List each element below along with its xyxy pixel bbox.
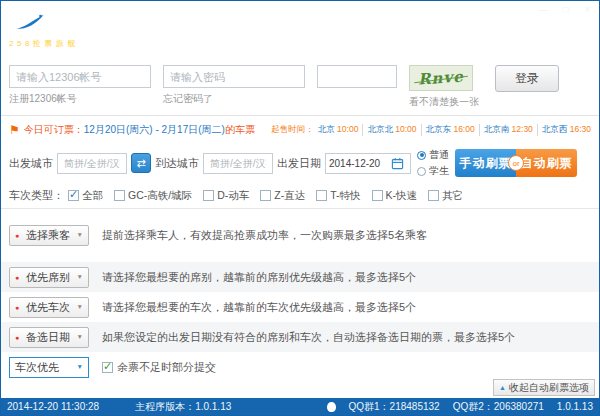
radio-label: 普通 [429,148,449,162]
station-sale-time: 北京北 10:00 [363,124,421,136]
red-dot-icon: ● [15,274,19,281]
collapse-label: 收起自动刷票选项 [509,381,589,395]
station-sale-time: 北京东 16:00 [422,124,480,136]
maximize-button[interactable]: □ [559,4,572,16]
train-type-option-z[interactable]: Z-直达 [260,189,305,203]
radio-label: 学生 [429,164,449,178]
date-label: 出发日期 [277,156,321,171]
train-type-option-k[interactable]: K-快速 [372,189,418,203]
submit-mode-select[interactable]: 车次优先 ▼ [9,357,89,378]
title-bar: 抢票王 258抢票旗舰 抢票首页 我的订单 12306网站 [1,1,599,56]
seat-priority-button[interactable]: ● 优先席别 ▼ [9,267,89,288]
clock-icon [347,12,364,29]
app-title: 抢票王 [57,11,114,34]
captcha-text: Rnve [418,67,465,88]
feedback-icon [411,12,428,29]
window-controls: — □ × [537,4,594,16]
captcha-image[interactable]: Rnve [409,65,473,91]
red-dot-icon: ● [15,232,19,239]
checkbox-icon [260,190,271,201]
swap-cities-button[interactable]: ⇄ [131,153,151,173]
app-window: 抢票王 258抢票旗舰 抢票首页 我的订单 12306网站 [0,0,600,416]
login-bar: 注册12306帐号 忘记密码了 Rnve 看不清楚换一张 登录 [1,56,599,116]
nav-item-ticket-home[interactable]: 抢票首页 [136,12,176,45]
nav-label: 售票时间 [336,31,376,45]
select-passengers-button[interactable]: ● 选择乘客 ▼ [9,225,89,246]
train-type-option-gc[interactable]: GC-高铁/城际 [114,189,192,203]
checkbox-icon [102,362,113,373]
status-datetime: 2014-12-20 11:30:28 [7,401,99,412]
section-submit-mode: 车次优先 ▼ 余票不足时部分提交 [1,352,599,382]
password-input[interactable] [163,65,305,88]
login-button[interactable]: 登录 [495,65,559,92]
caret-down-icon: ▼ [77,232,83,239]
train-priority-button[interactable]: ● 优先车次 ▼ [9,297,89,318]
captcha-input[interactable] [317,65,397,88]
flag-icon: ⚑ [9,123,20,137]
station-sale-time: 北京西 16:30 [538,124,591,136]
collapse-options-button[interactable]: ▲ 收起自动刷票选项 [493,379,595,396]
app-logo: 抢票王 258抢票旗舰 [9,9,114,49]
from-city-label: 出发城市 [9,156,53,171]
nav-label: 抢票首页 [136,31,176,45]
booking-prefix: 今日可订票： [24,123,84,137]
partial-submit-option[interactable]: 余票不足时部分提交 [102,360,216,375]
account-input[interactable] [9,65,151,88]
date-input[interactable] [329,158,389,169]
caret-down-icon: ▼ [77,274,83,281]
auto-refresh-button[interactable]: 自动刷票 [516,149,577,177]
caret-down-icon: ▼ [77,304,83,311]
refresh-buttons: 手动刷票 自动刷票 or [455,149,577,177]
forgot-password-link[interactable]: 忘记密码了 [163,92,305,106]
from-city-input[interactable] [57,153,127,174]
qq-icon [327,402,336,412]
train-type-option-d[interactable]: D-动车 [203,189,249,203]
station-sale-time: 北京 10:00 [314,124,364,136]
section-backup-dates: ● 备选日期 ▼ 如果您设定的出发日期没有符合的席别和车次，自动选择备选日期的票… [1,322,599,352]
ticket-type-student[interactable]: 学生 [417,164,449,178]
ticket-type-group: 普通 学生 [417,148,449,178]
booking-range: 12月20日(周六) - 2月17日(周二) [84,123,225,137]
checkbox-icon [428,190,439,201]
train-type-option-other[interactable]: 其它 [428,189,463,203]
manual-refresh-button[interactable]: 手动刷票 [455,149,516,177]
status-build: 1.0.1.13 [557,401,593,412]
nav-label: 12306网站 [264,31,312,45]
section-desc: 请选择您最想要的车次，越靠前的车次优先级越高，最多选择5个 [102,300,416,315]
register-link[interactable]: 注册12306帐号 [9,92,151,106]
booking-suffix: 的车票 [225,123,255,137]
checkbox-icon [68,190,79,201]
radio-icon [417,167,426,176]
section-desc: 如果您设定的出发日期没有符合的席别和车次，自动选择备选日期的票，最多选择5个 [102,330,515,345]
nav-label: 客户反馈 [400,31,440,45]
captcha-refresh-link[interactable]: 看不清楚换一张 [409,95,479,109]
ticket-type-normal[interactable]: 普通 [417,148,449,162]
logo-swoosh-icon [9,9,51,36]
notice-bar: ⚑ 今日可订票： 12月20日(周六) - 2月17日(周二) 的车票 起售时间… [1,116,599,143]
nav-item-12306-website[interactable]: 12306网站 [264,12,312,45]
minimize-button[interactable]: — [537,4,550,16]
swap-icon: ⇄ [136,157,145,169]
checkbox-icon [114,190,125,201]
red-dot-icon: ● [15,304,19,311]
nav-item-my-orders[interactable]: 我的订单 [200,12,240,45]
backup-dates-button[interactable]: ● 备选日期 ▼ [9,327,89,348]
train-type-label: 车次类型： [9,188,64,203]
section-train-priority: ● 优先车次 ▼ 请选择您最想要的车次，越靠前的车次优先级越高，最多选择5个 [1,292,599,322]
to-city-input[interactable] [203,153,273,174]
globe-icon [279,12,296,29]
close-button[interactable]: × [581,4,594,16]
calendar-icon[interactable] [391,157,404,170]
train-type-option-t[interactable]: T-特快 [316,189,360,203]
main-nav: 抢票首页 我的订单 12306网站 售票时间 [136,12,440,45]
date-field [325,153,411,174]
qq-group-1: QQ群1：218485132 [349,400,440,414]
train-type-option-all[interactable]: 全部 [68,189,103,203]
to-city-label: 到达城市 [155,156,199,171]
nav-item-feedback[interactable]: 客户反馈 [400,12,440,45]
nav-label: 我的订单 [200,31,240,45]
red-dot-icon: ● [15,334,19,341]
app-subtitle: 258抢票旗舰 [9,38,114,49]
radio-icon [417,151,426,160]
nav-item-sale-time[interactable]: 售票时间 [336,12,376,45]
